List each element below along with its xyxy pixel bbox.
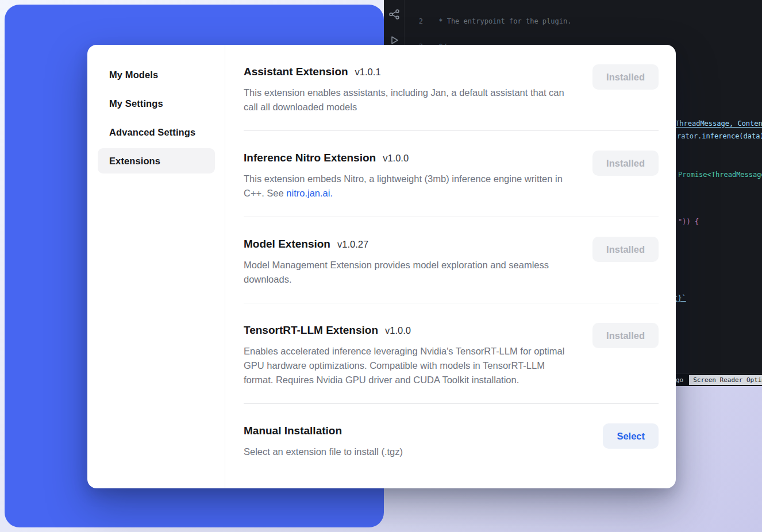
extension-row-assistant: Assistant Extension v1.0.1 This extensio… <box>244 45 659 131</box>
extension-text: Model Extension v1.0.27 Model Management… <box>244 237 576 287</box>
status-text: go <box>676 376 683 384</box>
manual-installation-row: Manual Installation Select an extension … <box>244 404 659 475</box>
installed-button[interactable]: Installed <box>592 151 659 176</box>
settings-modal: My Models My Settings Advanced Settings … <box>87 45 676 488</box>
extension-text: TensortRT-LLM Extension v1.0.0 Enables a… <box>244 323 576 387</box>
extension-head: Inference Nitro Extension v1.0.0 <box>244 151 576 165</box>
extension-row-tensorrt: TensortRT-LLM Extension v1.0.0 Enables a… <box>244 303 659 404</box>
extension-title: Inference Nitro Extension <box>244 151 376 165</box>
extensions-list: Assistant Extension v1.0.1 This extensio… <box>225 45 676 488</box>
extension-description: Enables accelerated inference leveraging… <box>244 344 576 387</box>
code-fragment: Promise<ThreadMessage> <box>678 171 762 179</box>
extension-description: Model Management Extension provides mode… <box>244 258 576 287</box>
installed-button[interactable]: Installed <box>592 323 659 348</box>
extension-head: Assistant Extension v1.0.1 <box>244 64 576 79</box>
sidebar-item-extensions[interactable]: Extensions <box>98 148 215 174</box>
extension-text: Manual Installation Select an extension … <box>244 423 403 459</box>
code-line: 2 * The entrypoint for the plugin. <box>410 17 762 26</box>
installed-button[interactable]: Installed <box>592 237 659 262</box>
share-icon[interactable] <box>388 9 400 20</box>
extension-head: TensortRT-LLM Extension v1.0.0 <box>244 323 576 338</box>
screen-reader-badge: Screen Reader Optimized <box>689 375 762 385</box>
extension-title: Manual Installation <box>244 423 342 438</box>
sidebar-item-my-models[interactable]: My Models <box>98 62 215 87</box>
nitro-jan-ai-link[interactable]: nitro.jan.ai. <box>286 188 333 198</box>
installed-button[interactable]: Installed <box>592 64 659 90</box>
line-number: 2 <box>410 17 423 26</box>
select-button[interactable]: Select <box>603 423 659 449</box>
extension-version: v1.0.1 <box>355 67 381 78</box>
extension-row-nitro: Inference Nitro Extension v1.0.0 This ex… <box>244 131 659 217</box>
code-fragment: rator.inference(data)); <box>677 132 762 140</box>
extension-version: v1.0.27 <box>337 239 368 250</box>
run-debug-icon[interactable] <box>388 34 400 46</box>
extension-row-model: Model Extension v1.0.27 Model Management… <box>244 217 659 303</box>
settings-sidebar: My Models My Settings Advanced Settings … <box>87 45 225 488</box>
extension-version: v1.0.0 <box>385 325 411 336</box>
extension-description: This extension embeds Nitro, a lightweig… <box>244 172 576 201</box>
extension-description: This extension enables assistants, inclu… <box>244 86 576 114</box>
extension-title: Model Extension <box>244 237 330 252</box>
sidebar-item-advanced-settings[interactable]: Advanced Settings <box>98 119 215 145</box>
code-text: * The entrypoint for the plugin. <box>434 17 571 26</box>
extension-title: Assistant Extension <box>244 64 348 79</box>
extension-text: Inference Nitro Extension v1.0.0 This ex… <box>244 151 576 201</box>
extension-title: TensortRT-LLM Extension <box>244 323 378 338</box>
extension-version: v1.0.0 <box>383 153 409 164</box>
extension-head: Model Extension v1.0.27 <box>244 237 576 252</box>
code-fragment: ")) { <box>678 218 699 226</box>
sidebar-item-my-settings[interactable]: My Settings <box>98 91 215 116</box>
extension-description: Select an extension file to install (.tg… <box>244 445 403 459</box>
extension-text: Assistant Extension v1.0.1 This extensio… <box>244 64 576 114</box>
page-background: 2 * The entrypoint for the plugin. 3 */ … <box>0 0 762 532</box>
extension-head: Manual Installation <box>244 423 403 438</box>
